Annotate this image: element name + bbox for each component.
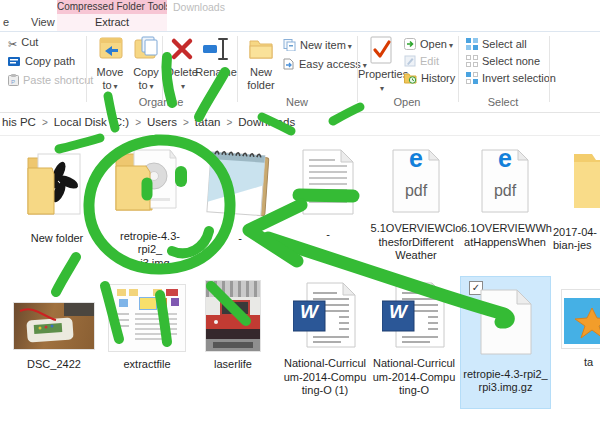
text-file-icon xyxy=(301,148,355,216)
easy-access-button[interactable]: Easy access▾ xyxy=(283,57,367,73)
rename-icon xyxy=(201,36,231,62)
folder-disc-image-icon xyxy=(112,146,188,216)
file-label: DSC_2422 xyxy=(10,358,98,372)
folder-pinwheel-icon xyxy=(24,148,90,220)
file-item-beach[interactable]: ta xyxy=(558,286,600,370)
history-icon xyxy=(404,72,417,88)
chevron-icon: > xyxy=(135,117,141,128)
file-item-folder-2017[interactable]: 2017-04- bian-jes xyxy=(548,148,600,253)
title-bar: Compressed Folder Tools Downloads xyxy=(0,0,600,14)
group-label-new: New xyxy=(237,96,357,108)
pdf-text: pdf xyxy=(391,184,441,198)
new-folder-button[interactable]: Newfolder xyxy=(239,36,283,92)
breadcrumb: his PC>Local Disk (C:)>Users>tatan>Downl… xyxy=(2,116,295,128)
file-label: rpi3.img.gz xyxy=(463,381,548,395)
breadcrumb-local-disk[interactable]: Local Disk (C:) xyxy=(54,116,129,128)
breadcrumb-downloads[interactable]: Downloads xyxy=(238,116,295,128)
invert-selection-icon xyxy=(466,72,478,88)
file-label: atHappensWhen xyxy=(461,236,549,250)
file-label: ting-O xyxy=(372,384,456,398)
file-label: National-Curricul xyxy=(283,357,367,371)
file-label: National-Curricul xyxy=(372,357,456,371)
copy-to-icon xyxy=(132,36,160,62)
file-item-laserlife[interactable]: laserlife xyxy=(200,281,266,372)
contextual-tab-group: Compressed Folder Tools xyxy=(57,0,167,14)
invert-selection-button[interactable]: Invert selection xyxy=(466,71,556,87)
file-label: - xyxy=(291,228,365,242)
ribbon-tab-row: e View Extract xyxy=(0,14,600,31)
pdf-file-icon: e pdf xyxy=(480,148,530,214)
chevron-icon: > xyxy=(183,117,189,128)
group-label-select: Select xyxy=(443,96,563,108)
dropdown-arrow: ▾ xyxy=(348,42,352,51)
file-item-retropie-img[interactable]: retropie-4.3-rpi2_ rpi3.img xyxy=(108,146,192,270)
file-label: rpi3.img xyxy=(108,257,192,271)
file-item-new-folder[interactable]: New folder xyxy=(14,148,100,245)
delete-icon xyxy=(168,36,196,62)
tab-share-partial[interactable]: e xyxy=(3,14,9,31)
new-item-button[interactable]: New item▾ xyxy=(283,38,352,54)
paste-shortcut-button[interactable]: PPaste shortcut xyxy=(8,73,93,89)
open-icon xyxy=(404,38,416,54)
dropdown-arrow: ▾ xyxy=(181,82,185,91)
file-label: extractfile xyxy=(104,358,190,372)
paste-shortcut-icon: P xyxy=(8,74,19,90)
file-item-pdf-2[interactable]: e pdf 6.1OVERVIEWWh atHappensWhen xyxy=(461,148,549,249)
dropdown-arrow: ▾ xyxy=(380,84,384,93)
file-label: - xyxy=(200,232,280,246)
file-item-notepad[interactable]: - xyxy=(200,144,280,245)
select-none-icon xyxy=(466,55,478,71)
edge-logo: e xyxy=(480,152,530,166)
file-label: um-2014-Compu xyxy=(372,371,456,385)
file-item-word-1[interactable]: W National-Curricul um-2014-Compu ting-O… xyxy=(283,281,367,398)
tab-view[interactable]: View xyxy=(31,14,55,31)
file-label: ting-O (1) xyxy=(283,384,367,398)
file-label: 6.1OVERVIEWWh xyxy=(461,222,549,236)
address-bar[interactable]: his PC>Local Disk (C:)>Users>tatan>Downl… xyxy=(0,112,600,136)
open-button[interactable]: Open▾ xyxy=(404,37,453,53)
breadcrumb-users[interactable]: Users xyxy=(147,116,177,128)
file-item-retropie-gz[interactable]: retropie-4.3-rpi2_ rpi3.img.gz xyxy=(463,284,548,395)
pdf-text: pdf xyxy=(480,184,530,198)
breadcrumb-this-pc[interactable]: his PC xyxy=(2,116,36,128)
explorer-window: Compressed Folder Tools Downloads e View… xyxy=(0,0,600,434)
plain-file-icon xyxy=(479,288,533,356)
copy-path-button[interactable]: Copy path xyxy=(8,54,75,70)
edge-logo: e xyxy=(391,152,441,166)
file-item-pdf-1[interactable]: e pdf 5.1OVERVIEWClo thesforDifferent We… xyxy=(369,148,463,263)
pdf-file-icon: e pdf xyxy=(391,148,441,214)
select-all-button[interactable]: Select all xyxy=(466,37,527,53)
cut-button[interactable]: ✂Cut xyxy=(8,35,38,51)
file-label: thesforDifferent xyxy=(369,236,463,250)
properties-button[interactable]: Properties▾ xyxy=(358,36,404,95)
folder-icon xyxy=(572,148,600,212)
select-all-icon xyxy=(466,38,478,54)
photo-thumbnail xyxy=(206,281,260,351)
word-logo: W xyxy=(382,305,414,319)
file-label: laserlife xyxy=(200,358,266,372)
file-item-extractfile[interactable]: extractfile xyxy=(104,281,190,372)
file-label: um-2014-Compu xyxy=(283,371,367,385)
notepad-icon xyxy=(201,144,279,222)
select-none-button[interactable]: Select none xyxy=(466,54,540,70)
photo-thumbnail xyxy=(562,290,600,348)
new-folder-icon xyxy=(247,36,275,62)
word-logo: W xyxy=(293,305,325,319)
history-button[interactable]: History xyxy=(404,71,455,87)
file-label: ta xyxy=(584,356,600,370)
scissors-icon: ✂ xyxy=(8,37,17,52)
chevron-icon: > xyxy=(226,117,232,128)
file-item-word-2[interactable]: W National-Curricul um-2014-Compu ting-O xyxy=(372,281,456,398)
edit-button[interactable]: Edit xyxy=(404,54,439,70)
rename-button[interactable]: Rename xyxy=(194,36,238,79)
file-label: Weather xyxy=(369,249,463,263)
file-item-text[interactable]: - xyxy=(291,148,365,241)
file-item-dsc-2422[interactable]: DSC_2422 xyxy=(10,281,98,372)
breadcrumb-tatan[interactable]: tatan xyxy=(195,116,221,128)
new-item-icon xyxy=(283,39,296,55)
window-title: Downloads xyxy=(173,0,225,14)
copy-path-icon xyxy=(8,56,21,71)
tab-extract[interactable]: Extract xyxy=(57,14,167,31)
move-to-icon xyxy=(96,36,124,62)
chevron-icon: > xyxy=(42,117,48,128)
